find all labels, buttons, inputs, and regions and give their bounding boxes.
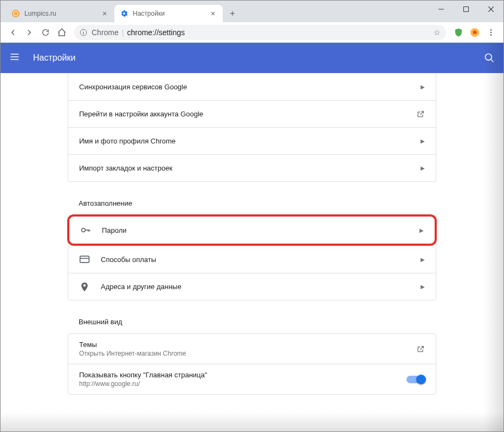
window-controls — [429, 1, 503, 18]
window-titlebar: Lumpics.ru × Настройки × + — [1, 1, 503, 22]
gear-icon — [120, 9, 128, 18]
tab-title: Настройки — [133, 10, 209, 17]
settings-header: Настройки — [1, 43, 503, 73]
tab-close-icon[interactable]: × — [209, 9, 217, 18]
chevron-right-icon: ▶ — [421, 138, 425, 144]
menu-icon[interactable] — [9, 51, 22, 64]
tab-close-icon[interactable]: × — [100, 9, 109, 18]
back-button[interactable] — [5, 24, 21, 41]
credit-card-icon — [79, 254, 90, 265]
svg-point-10 — [490, 29, 492, 31]
tab-title: Lumpics.ru — [24, 10, 100, 17]
svg-rect-3 — [464, 7, 469, 12]
row-addresses[interactable]: Адреса и другие данные ▶ — [68, 273, 436, 300]
minimize-button[interactable] — [429, 1, 454, 18]
svg-point-0 — [12, 10, 20, 17]
home-button[interactable] — [54, 24, 70, 41]
svg-line-14 — [491, 60, 494, 62]
favicon-lumpics — [11, 9, 20, 18]
svg-point-15 — [82, 228, 86, 232]
chevron-right-icon: ▶ — [421, 165, 425, 171]
svg-rect-19 — [80, 256, 89, 263]
extension-icon[interactable] — [467, 24, 483, 41]
menu-button[interactable] — [483, 24, 499, 41]
row-passwords[interactable]: Пароли ▶ — [69, 217, 435, 244]
row-sync-google[interactable]: Синхронизация сервисов Google ▶ — [68, 73, 436, 100]
site-info-icon — [80, 29, 87, 36]
tab-lumpics[interactable]: Lumpics.ru × — [6, 5, 114, 22]
location-icon — [79, 282, 90, 292]
svg-point-12 — [490, 34, 492, 36]
maximize-button[interactable] — [454, 1, 479, 18]
row-payment-methods[interactable]: Способы оплаты ▶ — [68, 246, 436, 273]
row-home-button[interactable]: Показывать кнопку "Главная страница" htt… — [68, 364, 436, 394]
external-link-icon — [416, 110, 425, 119]
svg-point-11 — [490, 31, 492, 33]
row-google-account[interactable]: Перейти в настройки аккаунта Google — [68, 100, 436, 127]
svg-point-13 — [486, 54, 492, 61]
section-autofill-title: Автозаполнение — [68, 186, 436, 215]
forward-button[interactable] — [21, 24, 37, 41]
close-button[interactable] — [479, 1, 503, 18]
reload-button[interactable] — [37, 24, 54, 41]
chevron-right-icon: ▶ — [421, 257, 425, 263]
new-tab-button[interactable]: + — [225, 6, 240, 21]
page-title: Настройки — [33, 53, 75, 63]
section-appearance-title: Внешний вид — [68, 305, 436, 333]
chevron-right-icon: ▶ — [421, 284, 425, 290]
star-icon[interactable]: ☆ — [434, 28, 441, 37]
search-icon[interactable] — [484, 53, 495, 63]
row-profile-name[interactable]: Имя и фото профиля Chrome ▶ — [68, 127, 436, 154]
chevron-right-icon: ▶ — [419, 227, 424, 233]
key-icon — [80, 225, 91, 235]
external-link-icon — [416, 345, 425, 354]
row-import-bookmarks[interactable]: Импорт закладок и настроек ▶ — [68, 154, 436, 181]
tab-settings[interactable]: Настройки × — [114, 5, 223, 22]
row-themes[interactable]: Темы Открыть Интернет-магазин Chrome — [68, 334, 436, 364]
chevron-right-icon: ▶ — [421, 84, 425, 90]
address-bar[interactable]: Chrome | chrome://settings ☆ — [74, 25, 446, 40]
browser-toolbar: Chrome | chrome://settings ☆ — [1, 22, 503, 43]
settings-content[interactable]: Синхронизация сервисов Google ▶ Перейти … — [1, 73, 503, 432]
extension-shield-icon[interactable] — [450, 24, 467, 41]
address-url: chrome://settings — [127, 28, 185, 37]
address-prefix: Chrome — [92, 28, 119, 37]
toggle-home-button[interactable] — [406, 376, 425, 383]
